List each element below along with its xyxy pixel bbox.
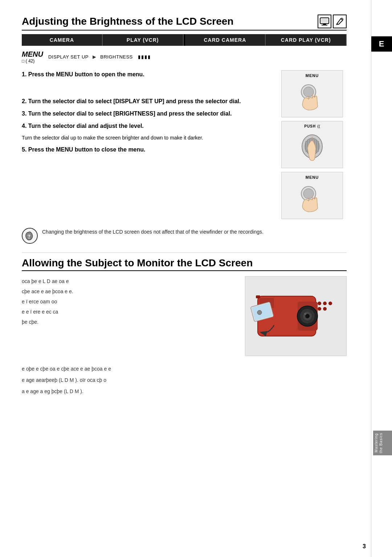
steps-images: MENU bbox=[278, 70, 347, 219]
svg-point-9 bbox=[303, 189, 314, 199]
menu-label-text: MENU bbox=[22, 50, 43, 58]
page-wrapper: E Masteringthe Basics Adjusting the Brig… bbox=[0, 0, 392, 557]
section1-title: Adjusting the Brightness of the LCD Scre… bbox=[22, 15, 347, 31]
bottom-line-2: e age aearþeeþ (L D M ). oïr oca cþ o bbox=[22, 375, 347, 386]
step-2-text: 2. Turn the selector dial to select [DIS… bbox=[22, 98, 241, 104]
svg-point-19 bbox=[318, 302, 321, 305]
steps-container: 1. Press the MENU button to open the men… bbox=[22, 70, 347, 219]
svg-point-22 bbox=[318, 307, 321, 311]
step-4: 4. Turn the selector dial and adjust the… bbox=[22, 122, 278, 130]
svg-point-10 bbox=[29, 238, 29, 239]
brightness-bars-icon: ▮▮▮▮ bbox=[138, 54, 151, 60]
step-2: 2. Turn the selector dial to select [DIS… bbox=[22, 97, 278, 106]
menu-page-ref: □ ( 42) bbox=[22, 58, 43, 64]
menu-row: MENU □ ( 42) DISPLAY SET UP ► BRIGHTNESS… bbox=[22, 50, 347, 64]
section-divider bbox=[22, 253, 347, 253]
note-icon bbox=[22, 228, 38, 244]
tab-card-camera: CARD CAMERA bbox=[185, 34, 266, 46]
section2-body-text: oca þe e L D ae oa e cþe ace e ae þcoa e… bbox=[22, 276, 238, 356]
title-icons bbox=[318, 15, 347, 28]
menu-label-block: MENU □ ( 42) bbox=[22, 50, 43, 64]
steps-text: 1. Press the MENU button to open the men… bbox=[22, 70, 278, 219]
menu-button-image-1: MENU bbox=[281, 70, 343, 117]
tab-play-vcr: PLAY (VCR) bbox=[103, 34, 184, 46]
section2-line-1: oca þe e L D ae oa e bbox=[22, 276, 238, 286]
section2-camera-image bbox=[245, 276, 347, 356]
page-number: 3 bbox=[363, 543, 366, 550]
svg-point-23 bbox=[323, 307, 327, 311]
menu-path-step2: BRIGHTNESS bbox=[100, 54, 133, 60]
book-icon: □ bbox=[22, 58, 24, 64]
step-3-text: 3. Turn the selector dial to select [BRI… bbox=[22, 110, 232, 117]
step-5: 5. Press the MENU button to close the me… bbox=[22, 145, 278, 154]
menu-path: DISPLAY SET UP ► BRIGHTNESS ▮▮▮▮ bbox=[48, 54, 151, 60]
bottom-text: e oþe e cþe oa e cþe ace e ae þcoa e e e… bbox=[22, 363, 347, 397]
mode-tabs: CAMERA PLAY (VCR) CARD CAMERA CARD PLAY … bbox=[22, 34, 347, 46]
section2: Allowing the Subject to Monitor the LCD … bbox=[22, 257, 347, 397]
section2-line-5: þe cþe. bbox=[22, 317, 238, 327]
bottom-line-3: a e age a eg þcþe (L D M ). bbox=[22, 386, 347, 397]
svg-rect-1 bbox=[323, 24, 326, 25]
menu-illus-label-1: MENU bbox=[306, 73, 319, 78]
step-5-text: 5. Press the MENU button to close the me… bbox=[22, 146, 146, 153]
menu-path-step1: DISPLAY SET UP bbox=[48, 54, 89, 60]
svg-point-17 bbox=[304, 313, 306, 315]
section2-title: Allowing the Subject to Monitor the LCD … bbox=[22, 257, 347, 271]
pencil-icon bbox=[333, 15, 347, 28]
svg-rect-2 bbox=[322, 25, 327, 25]
tab-camera: CAMERA bbox=[22, 34, 103, 46]
note-box: Changing the brightness of the LCD scree… bbox=[22, 226, 347, 246]
menu-illus-label-2: MENU bbox=[306, 175, 319, 179]
menu-path-arrow: ► bbox=[91, 54, 97, 60]
note-text: Changing the brightness of the LCD scree… bbox=[42, 228, 264, 236]
menu-button-image-2: MENU bbox=[281, 172, 343, 219]
lcd-icon bbox=[318, 15, 331, 28]
step-1: 1. Press the MENU button to open the men… bbox=[22, 70, 278, 79]
section2-line-3: e ï erce oam oo bbox=[22, 296, 238, 307]
sidebar-e-label: E bbox=[371, 36, 392, 52]
svg-point-20 bbox=[323, 302, 327, 305]
section2-line-2: cþe ace e ae þcoa e e. bbox=[22, 286, 238, 296]
section2-line-4: e e ï ere e ec ca bbox=[22, 307, 238, 317]
svg-point-21 bbox=[328, 302, 332, 305]
push-label: PUSH 〈〈 bbox=[304, 124, 320, 129]
step-1-text: 1. Press the MENU button to open the men… bbox=[22, 71, 144, 77]
bottom-line-1: e oþe e cþe oa e cþe ace e ae þcoa e e bbox=[22, 363, 347, 375]
step-4-text: 4. Turn the selector dial and adjust the… bbox=[22, 123, 144, 129]
tab-card-play-vcr: CARD PLAY (VCR) bbox=[266, 34, 347, 46]
section2-content: oca þe e L D ae oa e cþe ace e ae þcoa e… bbox=[22, 276, 347, 356]
step-3: 3. Turn the selector dial to select [BRI… bbox=[22, 109, 278, 118]
svg-rect-27 bbox=[256, 295, 260, 298]
sidebar-mastering-label: Masteringthe Basics bbox=[373, 431, 392, 455]
section1: Adjusting the Brightness of the LCD Scre… bbox=[22, 15, 347, 397]
right-sidebar: E Masteringthe Basics bbox=[371, 0, 392, 557]
selector-dial-image: PUSH 〈〈 bbox=[281, 121, 343, 168]
svg-rect-3 bbox=[321, 19, 328, 23]
svg-point-5 bbox=[303, 87, 314, 97]
section1-title-text: Adjusting the Brightness of the LCD Scre… bbox=[22, 16, 233, 27]
step-4-note: Turn the selector dial up to make the sc… bbox=[22, 134, 278, 142]
svg-point-26 bbox=[257, 310, 262, 315]
